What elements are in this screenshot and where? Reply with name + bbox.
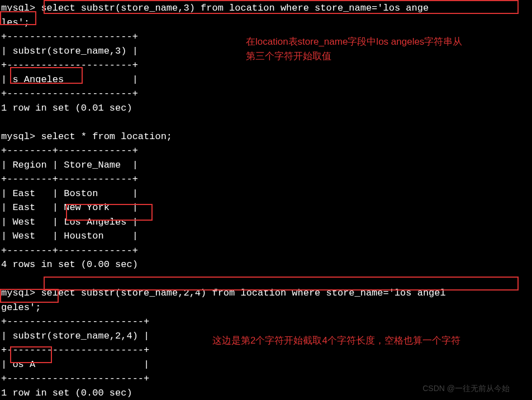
table-row: | West | Houston | — [1, 229, 531, 244]
table-header: | Region | Store_Name | — [1, 158, 531, 173]
table-separator: +--------+-------------+ — [1, 172, 531, 187]
result-footer: 1 row in set (0.01 sec) — [1, 101, 531, 116]
annotation-1: 在location表store_name字段中los angeles字符串从 第… — [246, 35, 462, 63]
table-separator: +----------------------+ — [1, 87, 531, 101]
watermark: CSDN @一往无前从今始 — [422, 383, 510, 394]
highlight-query1-part2 — [0, 11, 36, 25]
highlight-result3 — [10, 346, 52, 363]
highlight-query3-part2 — [0, 289, 59, 303]
highlight-query3-part1 — [44, 277, 519, 291]
table-separator: +--------+-------------+ — [1, 144, 531, 158]
blank-line — [1, 115, 531, 130]
table-separator: +------------------------+ — [1, 315, 531, 329]
highlight-query1-part1 — [44, 0, 519, 14]
table-row: | os A | — [1, 358, 531, 372]
table-row: | East | Boston | — [1, 187, 531, 201]
result-footer: 4 rows in set (0.00 sec) — [1, 258, 531, 272]
terminal-line: mysql> select * from location; — [1, 130, 531, 144]
terminal-line: les'; — [1, 16, 531, 30]
annotation-2: 这边是第2个字符开始截取4个字符长度，空格也算一个字符 — [212, 334, 460, 348]
table-separator: +--------+-------------+ — [1, 244, 531, 258]
highlight-los-angeles — [66, 204, 153, 221]
highlight-result1 — [10, 67, 83, 84]
terminal-line: geles'; — [1, 301, 531, 315]
